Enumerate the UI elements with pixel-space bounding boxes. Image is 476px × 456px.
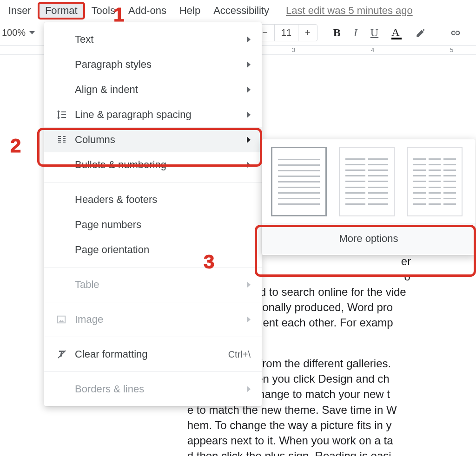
menubar: Inser Format Tools Add-ons Help Accessib… bbox=[0, 0, 476, 22]
text-color-button[interactable]: A bbox=[385, 26, 408, 39]
columns-icon bbox=[56, 134, 75, 145]
column-option-1[interactable] bbox=[271, 147, 327, 216]
submenu-arrow-icon bbox=[247, 36, 251, 43]
font-size-control[interactable]: − 11 + bbox=[255, 24, 317, 41]
clear-formatting-icon bbox=[56, 349, 75, 360]
dd-table: Table bbox=[44, 272, 262, 297]
dd-align-indent[interactable]: Align & indent bbox=[44, 77, 262, 102]
menu-format[interactable]: Format bbox=[38, 2, 85, 20]
chevron-down-icon bbox=[29, 31, 35, 34]
submenu-arrow-icon bbox=[247, 162, 251, 168]
dd-page-numbers[interactable]: Page numbers bbox=[44, 212, 262, 237]
submenu-arrow-icon bbox=[247, 316, 251, 323]
zoom-value: 100% bbox=[2, 27, 26, 38]
dd-paragraph-styles[interactable]: Paragraph styles bbox=[44, 52, 262, 77]
underline-button[interactable]: U bbox=[364, 26, 385, 39]
column-layout-options bbox=[262, 139, 476, 223]
bold-button[interactable]: B bbox=[327, 26, 347, 39]
submenu-arrow-icon bbox=[247, 386, 251, 392]
insert-link-button[interactable] bbox=[443, 26, 469, 39]
menu-addons[interactable]: Add-ons bbox=[122, 2, 173, 20]
clear-formatting-shortcut: Ctrl+\ bbox=[228, 349, 251, 360]
image-icon bbox=[56, 314, 75, 325]
callout-3: 3 bbox=[204, 251, 214, 273]
submenu-arrow-icon bbox=[247, 281, 251, 288]
ruler-tick-4: 4 bbox=[371, 46, 374, 53]
link-icon bbox=[449, 26, 462, 39]
submenu-arrow-icon bbox=[247, 137, 251, 143]
dd-image: Image bbox=[44, 307, 262, 332]
callout-1: 1 bbox=[113, 4, 124, 26]
dd-line-spacing[interactable]: Line & paragraph spacing bbox=[44, 102, 262, 127]
column-option-3[interactable] bbox=[407, 147, 463, 216]
dd-borders-lines: Borders & lines bbox=[44, 377, 262, 402]
zoom-control[interactable]: 100% bbox=[0, 27, 37, 38]
dd-headers-footers[interactable]: Headers & footers bbox=[44, 187, 262, 212]
italic-button[interactable]: I bbox=[347, 26, 364, 39]
line-spacing-icon bbox=[56, 109, 75, 120]
highlight-button[interactable] bbox=[408, 27, 433, 39]
column-option-2[interactable] bbox=[339, 147, 395, 216]
menu-help[interactable]: Help bbox=[173, 2, 207, 20]
dd-columns[interactable]: Columns bbox=[44, 127, 262, 152]
submenu-arrow-icon bbox=[247, 61, 251, 68]
fontsize-increase[interactable]: + bbox=[298, 25, 317, 41]
dd-bullets-numbering[interactable]: Bullets & numbering bbox=[44, 152, 262, 177]
dd-clear-formatting[interactable]: Clear formatting Ctrl+\ bbox=[44, 342, 262, 367]
highlighter-icon bbox=[415, 27, 427, 39]
menu-accessibility[interactable]: Accessibility bbox=[207, 2, 276, 20]
dd-text[interactable]: Text bbox=[44, 27, 262, 52]
columns-more-options[interactable]: More options bbox=[262, 223, 476, 254]
ruler-tick-3: 3 bbox=[292, 46, 295, 53]
callout-2: 2 bbox=[10, 135, 21, 157]
fontsize-value[interactable]: 11 bbox=[274, 25, 298, 41]
submenu-arrow-icon bbox=[247, 86, 251, 93]
dd-page-orientation[interactable]: Page orientation bbox=[44, 237, 262, 262]
columns-submenu: More options bbox=[262, 139, 476, 255]
menu-insert[interactable]: Inser bbox=[2, 2, 38, 20]
last-edit-link[interactable]: Last edit was 5 minutes ago bbox=[286, 5, 413, 17]
submenu-arrow-icon bbox=[247, 111, 251, 118]
format-dropdown: Text Paragraph styles Align & indent Lin… bbox=[44, 22, 262, 406]
ruler-tick-5: 5 bbox=[450, 46, 453, 53]
insert-comment-button[interactable] bbox=[469, 26, 476, 39]
